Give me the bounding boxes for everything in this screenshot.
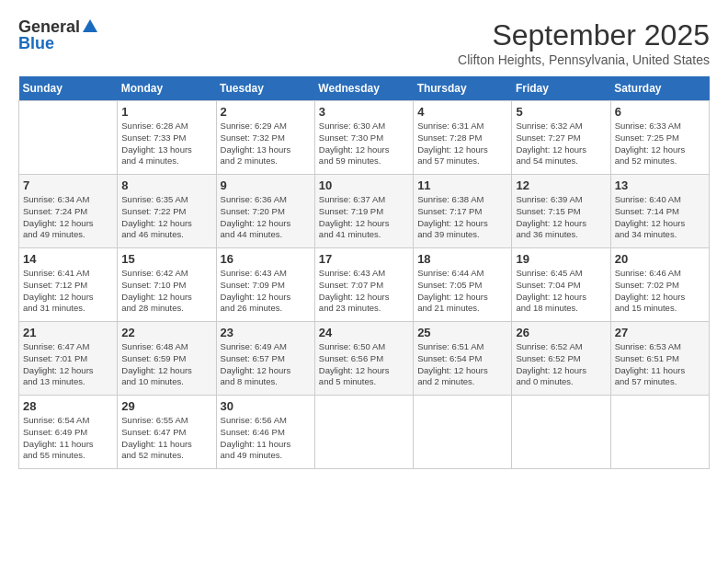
calendar-cell: 22Sunrise: 6:48 AMSunset: 6:59 PMDayligh… bbox=[118, 322, 216, 396]
calendar-cell: 11Sunrise: 6:38 AMSunset: 7:17 PMDayligh… bbox=[414, 175, 512, 248]
day-info: Sunrise: 6:47 AMSunset: 7:01 PMDaylight:… bbox=[23, 341, 113, 388]
day-info: Sunrise: 6:56 AMSunset: 6:46 PMDaylight:… bbox=[221, 415, 311, 462]
day-number: 5 bbox=[516, 105, 606, 119]
day-info: Sunrise: 6:31 AMSunset: 7:28 PMDaylight:… bbox=[417, 121, 507, 167]
day-info: Sunrise: 6:50 AMSunset: 6:56 PMDaylight:… bbox=[319, 341, 409, 388]
day-number: 21 bbox=[23, 326, 113, 339]
day-info: Sunrise: 6:48 AMSunset: 6:59 PMDaylight:… bbox=[121, 341, 211, 388]
day-number: 11 bbox=[417, 178, 507, 192]
day-number: 12 bbox=[516, 178, 606, 192]
calendar-cell: 10Sunrise: 6:37 AMSunset: 7:19 PMDayligh… bbox=[314, 175, 413, 248]
calendar-cell: 2Sunrise: 6:29 AMSunset: 7:32 PMDaylight… bbox=[216, 101, 314, 175]
calendar-cell: 17Sunrise: 6:43 AMSunset: 7:07 PMDayligh… bbox=[314, 248, 413, 322]
logo: General Blue bbox=[18, 18, 98, 52]
day-info: Sunrise: 6:53 AMSunset: 6:51 PMDaylight:… bbox=[615, 341, 705, 388]
day-number: 14 bbox=[23, 252, 113, 266]
calendar-cell: 27Sunrise: 6:53 AMSunset: 6:51 PMDayligh… bbox=[610, 322, 709, 396]
day-number: 17 bbox=[319, 252, 409, 266]
svg-marker-0 bbox=[83, 19, 97, 32]
day-number: 22 bbox=[121, 326, 211, 339]
day-number: 19 bbox=[516, 252, 606, 266]
day-number: 29 bbox=[121, 399, 211, 413]
col-sunday: Sunday bbox=[19, 76, 118, 101]
calendar-cell: 8Sunrise: 6:35 AMSunset: 7:22 PMDaylight… bbox=[118, 175, 216, 248]
calendar-cell: 13Sunrise: 6:40 AMSunset: 7:14 PMDayligh… bbox=[610, 175, 709, 248]
day-number: 9 bbox=[221, 178, 311, 192]
day-number: 18 bbox=[417, 252, 507, 266]
col-monday: Monday bbox=[118, 76, 216, 101]
day-info: Sunrise: 6:36 AMSunset: 7:20 PMDaylight:… bbox=[221, 194, 311, 241]
col-wednesday: Wednesday bbox=[314, 76, 413, 101]
day-info: Sunrise: 6:40 AMSunset: 7:14 PMDaylight:… bbox=[615, 194, 705, 241]
day-info: Sunrise: 6:38 AMSunset: 7:17 PMDaylight:… bbox=[417, 194, 507, 241]
calendar-cell: 19Sunrise: 6:45 AMSunset: 7:04 PMDayligh… bbox=[512, 248, 610, 322]
calendar-table: Sunday Monday Tuesday Wednesday Thursday… bbox=[18, 76, 710, 469]
col-saturday: Saturday bbox=[610, 76, 709, 101]
calendar-week-5: 28Sunrise: 6:54 AMSunset: 6:49 PMDayligh… bbox=[19, 396, 710, 469]
calendar-cell: 12Sunrise: 6:39 AMSunset: 7:15 PMDayligh… bbox=[512, 175, 610, 248]
calendar-cell: 20Sunrise: 6:46 AMSunset: 7:02 PMDayligh… bbox=[610, 248, 709, 322]
calendar-cell: 15Sunrise: 6:42 AMSunset: 7:10 PMDayligh… bbox=[118, 248, 216, 322]
day-number: 3 bbox=[319, 105, 409, 119]
day-number: 28 bbox=[23, 399, 113, 413]
day-number: 10 bbox=[319, 178, 409, 192]
day-info: Sunrise: 6:51 AMSunset: 6:54 PMDaylight:… bbox=[417, 341, 507, 388]
calendar-cell: 21Sunrise: 6:47 AMSunset: 7:01 PMDayligh… bbox=[19, 322, 118, 396]
calendar-cell: 5Sunrise: 6:32 AMSunset: 7:27 PMDaylight… bbox=[512, 101, 610, 175]
day-info: Sunrise: 6:49 AMSunset: 6:57 PMDaylight:… bbox=[221, 341, 311, 388]
calendar-week-2: 7Sunrise: 6:34 AMSunset: 7:24 PMDaylight… bbox=[19, 175, 710, 248]
calendar-cell: 9Sunrise: 6:36 AMSunset: 7:20 PMDaylight… bbox=[216, 175, 314, 248]
day-number: 16 bbox=[221, 252, 311, 266]
calendar-cell: 16Sunrise: 6:43 AMSunset: 7:09 PMDayligh… bbox=[216, 248, 314, 322]
day-number: 7 bbox=[23, 178, 113, 192]
calendar-cell: 26Sunrise: 6:52 AMSunset: 6:52 PMDayligh… bbox=[512, 322, 610, 396]
day-info: Sunrise: 6:54 AMSunset: 6:49 PMDaylight:… bbox=[23, 415, 113, 462]
day-info: Sunrise: 6:45 AMSunset: 7:04 PMDaylight:… bbox=[516, 268, 606, 315]
header-row: Sunday Monday Tuesday Wednesday Thursday… bbox=[19, 76, 710, 101]
day-info: Sunrise: 6:42 AMSunset: 7:10 PMDaylight:… bbox=[121, 268, 211, 315]
day-info: Sunrise: 6:43 AMSunset: 7:09 PMDaylight:… bbox=[221, 268, 311, 315]
day-number: 8 bbox=[121, 178, 211, 192]
day-number: 6 bbox=[615, 105, 705, 119]
day-info: Sunrise: 6:52 AMSunset: 6:52 PMDaylight:… bbox=[516, 341, 606, 388]
day-number: 2 bbox=[221, 105, 311, 119]
day-info: Sunrise: 6:43 AMSunset: 7:07 PMDaylight:… bbox=[319, 268, 409, 315]
calendar-cell: 7Sunrise: 6:34 AMSunset: 7:24 PMDaylight… bbox=[19, 175, 118, 248]
logo-general: General bbox=[18, 18, 80, 35]
day-number: 20 bbox=[615, 252, 705, 266]
day-info: Sunrise: 6:44 AMSunset: 7:05 PMDaylight:… bbox=[417, 268, 507, 315]
day-info: Sunrise: 6:34 AMSunset: 7:24 PMDaylight:… bbox=[23, 194, 113, 241]
calendar-cell bbox=[414, 396, 512, 469]
calendar-cell: 1Sunrise: 6:28 AMSunset: 7:33 PMDaylight… bbox=[118, 101, 216, 175]
day-number: 13 bbox=[615, 178, 705, 192]
calendar-week-3: 14Sunrise: 6:41 AMSunset: 7:12 PMDayligh… bbox=[19, 248, 710, 322]
day-info: Sunrise: 6:33 AMSunset: 7:25 PMDaylight:… bbox=[615, 121, 705, 167]
month-title: September 2025 bbox=[458, 18, 710, 52]
day-info: Sunrise: 6:55 AMSunset: 6:47 PMDaylight:… bbox=[121, 415, 211, 462]
calendar-cell: 30Sunrise: 6:56 AMSunset: 6:46 PMDayligh… bbox=[216, 396, 314, 469]
day-number: 26 bbox=[516, 326, 606, 339]
calendar-cell: 3Sunrise: 6:30 AMSunset: 7:30 PMDaylight… bbox=[314, 101, 413, 175]
calendar-cell: 14Sunrise: 6:41 AMSunset: 7:12 PMDayligh… bbox=[19, 248, 118, 322]
day-number: 30 bbox=[221, 399, 311, 413]
day-info: Sunrise: 6:32 AMSunset: 7:27 PMDaylight:… bbox=[516, 121, 606, 167]
day-number: 23 bbox=[221, 326, 311, 339]
page-header: General Blue September 2025 Clifton Heig… bbox=[18, 18, 710, 67]
calendar-cell: 23Sunrise: 6:49 AMSunset: 6:57 PMDayligh… bbox=[216, 322, 314, 396]
day-info: Sunrise: 6:46 AMSunset: 7:02 PMDaylight:… bbox=[615, 268, 705, 315]
day-info: Sunrise: 6:29 AMSunset: 7:32 PMDaylight:… bbox=[221, 121, 311, 167]
calendar-cell: 6Sunrise: 6:33 AMSunset: 7:25 PMDaylight… bbox=[610, 101, 709, 175]
day-info: Sunrise: 6:37 AMSunset: 7:19 PMDaylight:… bbox=[319, 194, 409, 241]
day-info: Sunrise: 6:35 AMSunset: 7:22 PMDaylight:… bbox=[121, 194, 211, 241]
day-info: Sunrise: 6:28 AMSunset: 7:33 PMDaylight:… bbox=[121, 121, 211, 167]
calendar-cell bbox=[512, 396, 610, 469]
calendar-cell: 24Sunrise: 6:50 AMSunset: 6:56 PMDayligh… bbox=[314, 322, 413, 396]
calendar-cell bbox=[314, 396, 413, 469]
calendar-cell bbox=[19, 101, 118, 175]
day-number: 25 bbox=[417, 326, 507, 339]
day-info: Sunrise: 6:39 AMSunset: 7:15 PMDaylight:… bbox=[516, 194, 606, 241]
col-friday: Friday bbox=[512, 76, 610, 101]
title-block: September 2025 Clifton Heights, Pennsylv… bbox=[458, 18, 710, 67]
day-number: 4 bbox=[417, 105, 507, 119]
calendar-week-4: 21Sunrise: 6:47 AMSunset: 7:01 PMDayligh… bbox=[19, 322, 710, 396]
